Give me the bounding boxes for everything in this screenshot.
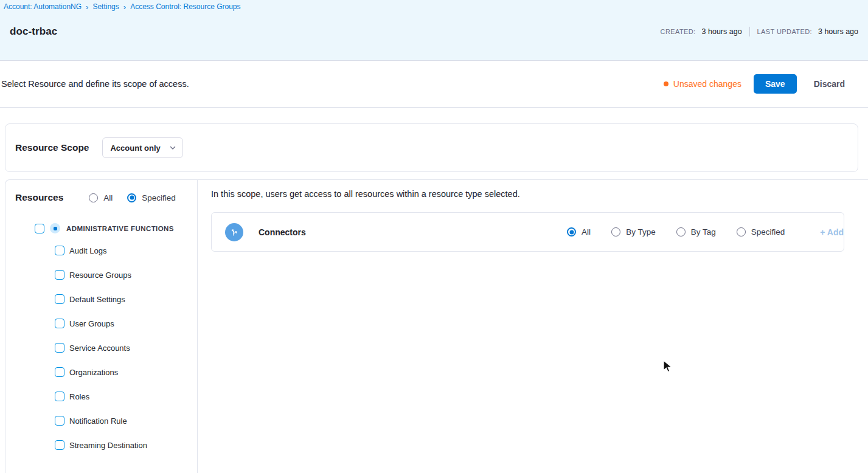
breadcrumb-resource-groups-link[interactable]: Access Control: Resource Groups [130, 2, 240, 11]
tree-item-resource-groups: Resource Groups [5, 263, 197, 287]
scope-content: In this scope, users get access to all r… [198, 180, 868, 473]
item-checkbox[interactable] [55, 392, 64, 401]
header-meta: CREATED: 3 hours ago LAST UPDATED: 3 hou… [661, 27, 858, 36]
item-checkbox[interactable] [55, 367, 64, 377]
item-checkbox[interactable] [55, 416, 64, 426]
item-label: Notification Rule [69, 416, 127, 426]
add-button[interactable]: + Add [820, 227, 844, 237]
resource-scope-card: Resource Scope Account only [5, 123, 858, 172]
resource-scope-heading: Resource Scope [15, 142, 89, 153]
meta-divider [749, 27, 750, 36]
resources-radio-all[interactable]: All [89, 193, 113, 202]
discard-button[interactable]: Discard [808, 74, 851, 94]
item-label: Audit Logs [69, 246, 106, 255]
connectors-resource-row: Connectors All By Type By Tag Specified [211, 212, 844, 252]
chevron-right-icon: › [86, 2, 88, 11]
radio-selected-icon [127, 193, 136, 202]
last-updated-value: 3 hours ago [818, 27, 858, 36]
item-label: Service Accounts [69, 344, 130, 353]
last-updated-label: LAST UPDATED: [757, 28, 812, 35]
tree-item-streaming-destination: Streaming Destination [5, 433, 197, 457]
item-label: Streaming Destination [69, 441, 147, 450]
item-checkbox[interactable] [55, 294, 64, 304]
connectors-icon [225, 223, 243, 241]
chevron-down-icon [169, 144, 176, 151]
breadcrumb: Account: AutomationNG › Settings › Acces… [0, 0, 868, 11]
unsaved-dot-icon [664, 81, 668, 86]
page-header: Account: AutomationNG › Settings › Acces… [0, 0, 868, 61]
tree-item-notification-rule: Notification Rule [5, 409, 197, 433]
item-label: Default Settings [69, 295, 125, 304]
item-label: Resource Groups [69, 271, 131, 280]
created-value: 3 hours ago [702, 27, 742, 36]
radio-selected-icon [567, 227, 576, 236]
item-label: Organizations [69, 368, 118, 377]
group-checkbox[interactable] [35, 224, 44, 233]
item-checkbox[interactable] [55, 440, 64, 450]
resources-tree: Resources All Specified ADMINISTRATIVE F… [5, 180, 198, 473]
resource-name: Connectors [259, 227, 306, 237]
item-label: User Groups [69, 319, 114, 328]
chevron-right-icon: › [123, 2, 126, 11]
radio-label: All [582, 227, 591, 236]
radio-label: By Type [626, 227, 656, 236]
resource-scope-dropdown[interactable]: Account only [102, 137, 182, 158]
group-scope-badge-icon [50, 223, 60, 233]
created-label: CREATED: [661, 28, 696, 35]
breadcrumb-settings-link[interactable]: Settings [92, 2, 119, 11]
radio-icon [737, 227, 746, 236]
tree-item-user-groups: User Groups [5, 311, 197, 336]
page-title: doc-trbac [10, 26, 57, 38]
radio-icon [611, 227, 620, 236]
radio-label: Specified [142, 193, 176, 202]
toolbar: Select Resource and define its scope of … [0, 61, 868, 108]
radio-label: Specified [751, 227, 785, 236]
radio-icon [89, 193, 98, 202]
item-checkbox[interactable] [55, 319, 64, 328]
item-label: Roles [69, 392, 89, 401]
radio-label: All [103, 193, 113, 202]
save-button[interactable]: Save [754, 74, 797, 94]
item-checkbox[interactable] [55, 270, 64, 280]
connectors-radio-by-tag[interactable]: By Tag [676, 227, 716, 236]
tree-item-audit-logs: Audit Logs [5, 238, 197, 263]
connectors-radio-by-type[interactable]: By Type [611, 227, 656, 236]
item-checkbox[interactable] [55, 246, 64, 255]
resource-scope-dropdown-value: Account only [110, 143, 160, 153]
tree-item-organizations: Organizations [5, 360, 197, 384]
scope-description: In this scope, users get access to all r… [211, 189, 844, 199]
connectors-radio-specified[interactable]: Specified [737, 227, 785, 236]
unsaved-changes-status: Unsaved changes [664, 79, 741, 89]
item-checkbox[interactable] [55, 343, 64, 353]
tree-group-administrative-functions: ADMINISTRATIVE FUNCTIONS [35, 223, 197, 233]
radio-icon [676, 227, 686, 236]
resources-heading: Resources [15, 192, 63, 203]
toolbar-description: Select Resource and define its scope of … [1, 79, 189, 89]
resources-panel: Resources All Specified ADMINISTRATIVE F… [5, 179, 868, 473]
resources-radio-specified[interactable]: Specified [127, 193, 176, 202]
radio-label: By Tag [691, 227, 716, 236]
tree-item-service-accounts: Service Accounts [5, 336, 197, 360]
group-label: ADMINISTRATIVE FUNCTIONS [66, 225, 174, 232]
breadcrumb-account-link[interactable]: Account: AutomationNG [4, 2, 82, 11]
tree-item-roles: Roles [5, 384, 197, 409]
unsaved-changes-label: Unsaved changes [673, 79, 741, 89]
connectors-radio-all[interactable]: All [567, 227, 591, 236]
tree-item-default-settings: Default Settings [5, 287, 197, 311]
